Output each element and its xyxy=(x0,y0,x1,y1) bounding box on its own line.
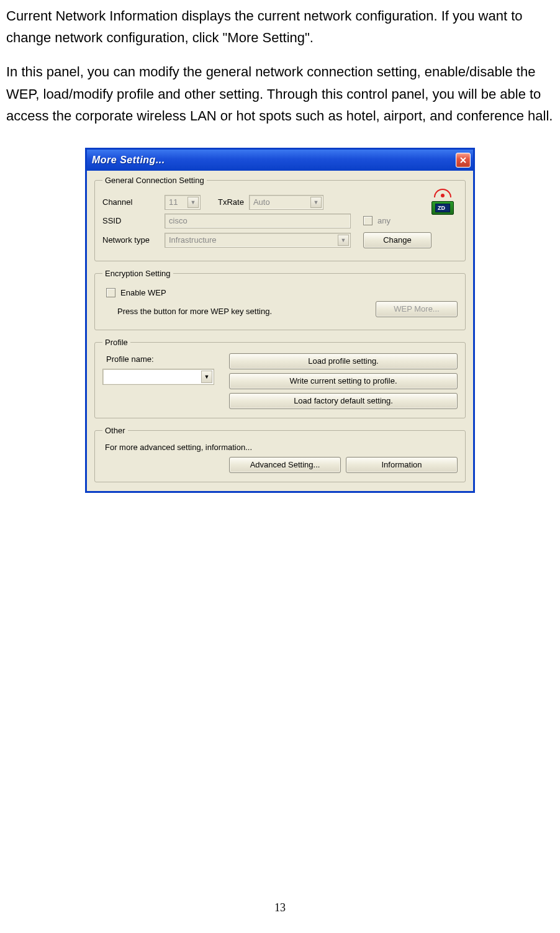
advanced-setting-button[interactable]: Advanced Setting... xyxy=(229,457,341,473)
wireless-device-icon: ZD xyxy=(429,190,456,215)
screenshot-dialog-wrap: More Setting... General Connection Setti… xyxy=(85,148,475,493)
encryption-legend: Encryption Setting xyxy=(102,269,173,278)
window-title: More Setting... xyxy=(92,155,456,166)
wep-hint: Press the button for more WEP key settin… xyxy=(117,307,272,316)
paragraph-1: Current Network Information displays the… xyxy=(6,5,554,48)
profile-legend: Profile xyxy=(102,338,130,347)
enable-wep-label: Enable WEP xyxy=(120,288,166,297)
network-type-select[interactable]: Infrastructure ▼ xyxy=(165,233,351,248)
more-setting-dialog: More Setting... General Connection Setti… xyxy=(85,148,475,493)
chevron-down-icon: ▼ xyxy=(187,197,199,208)
encryption-group: Encryption Setting Enable WEP Press the … xyxy=(94,269,466,330)
wep-more-button[interactable]: WEP More... xyxy=(376,301,458,317)
ssid-input[interactable]: cisco xyxy=(165,214,351,228)
close-icon[interactable] xyxy=(456,153,471,168)
factory-default-button[interactable]: Load factory default setting. xyxy=(229,393,458,409)
network-type-label: Network type xyxy=(102,235,165,245)
other-hint: For more advanced setting, information..… xyxy=(105,443,458,452)
information-button[interactable]: Information xyxy=(346,457,458,473)
txrate-label: TxRate xyxy=(218,197,244,207)
any-label: any xyxy=(377,216,391,225)
profile-name-select[interactable]: ▼ xyxy=(102,369,214,385)
channel-select[interactable]: 11 ▼ xyxy=(165,195,201,210)
chevron-down-icon: ▼ xyxy=(201,371,212,383)
write-profile-button[interactable]: Write current setting to profile. xyxy=(229,373,458,389)
other-group: Other For more advanced setting, informa… xyxy=(94,426,466,482)
paragraph-2: In this panel, you can modify the genera… xyxy=(6,61,554,127)
channel-label: Channel xyxy=(102,197,165,207)
any-checkbox[interactable] xyxy=(363,216,373,225)
general-legend: General Connection Setting xyxy=(102,176,207,185)
page-number: 13 xyxy=(0,901,560,914)
load-profile-button[interactable]: Load profile setting. xyxy=(229,353,458,369)
titlebar[interactable]: More Setting... xyxy=(87,150,473,171)
profile-group: Profile Profile name: ▼ Load profile set… xyxy=(94,338,466,418)
chevron-down-icon: ▼ xyxy=(310,197,322,208)
general-connection-group: General Connection Setting ZD Channel 11… xyxy=(94,176,466,261)
enable-wep-checkbox[interactable] xyxy=(106,288,115,297)
other-legend: Other xyxy=(102,426,128,435)
profile-name-label: Profile name: xyxy=(106,354,220,364)
document-body: Current Network Information displays the… xyxy=(0,0,560,127)
change-button[interactable]: Change xyxy=(363,232,431,248)
any-checkbox-group[interactable]: any xyxy=(363,216,391,225)
dialog-body: General Connection Setting ZD Channel 11… xyxy=(87,171,473,491)
chevron-down-icon: ▼ xyxy=(338,235,349,246)
ssid-label: SSID xyxy=(102,216,165,225)
txrate-select[interactable]: Auto ▼ xyxy=(249,195,323,210)
